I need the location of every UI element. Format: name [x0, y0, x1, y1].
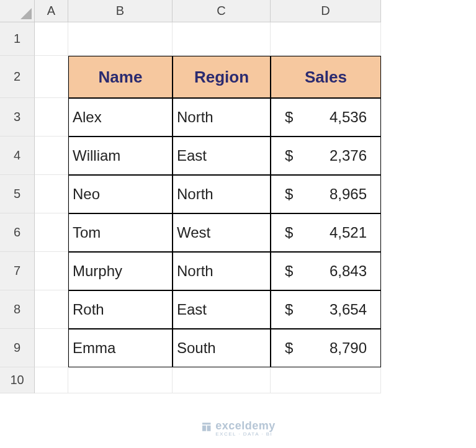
table-cell-sales[interactable]: $ 6,843 [271, 252, 381, 290]
row-header-6[interactable]: 6 [0, 213, 35, 252]
row-header-9[interactable]: 9 [0, 329, 35, 367]
cell-a5[interactable] [35, 175, 68, 213]
watermark-text: exceldemy EXCEL · DATA · BI [215, 419, 276, 437]
table-cell-name[interactable]: Alex [68, 98, 173, 137]
cell-d1[interactable] [271, 22, 381, 56]
sales-amount: 4,521 [330, 224, 367, 241]
sheet-icon [200, 421, 212, 436]
row-header-4[interactable]: 4 [0, 137, 35, 175]
watermark: exceldemy EXCEL · DATA · BI [200, 419, 276, 437]
table-cell-sales[interactable]: $ 8,965 [271, 175, 381, 213]
currency-symbol: $ [285, 301, 293, 318]
table-header-name[interactable]: Name [68, 56, 173, 98]
cell-a4[interactable] [35, 137, 68, 175]
table-cell-region[interactable]: North [173, 252, 271, 290]
sales-amount: 8,790 [330, 339, 367, 357]
sales-amount: 6,843 [330, 262, 367, 280]
cell-b1[interactable] [68, 22, 173, 56]
watermark-sub: EXCEL · DATA · BI [215, 431, 276, 437]
table-cell-region[interactable]: South [173, 329, 271, 367]
row-header-1[interactable]: 1 [0, 22, 35, 56]
currency-symbol: $ [285, 224, 293, 241]
cell-a9[interactable] [35, 329, 68, 367]
cell-a6[interactable] [35, 213, 68, 252]
table-cell-name[interactable]: Emma [68, 329, 173, 367]
cell-a2[interactable] [35, 56, 68, 98]
table-cell-sales[interactable]: $ 4,536 [271, 98, 381, 137]
table-cell-region[interactable]: North [173, 98, 271, 137]
cell-b10[interactable] [68, 367, 173, 393]
currency-symbol: $ [285, 147, 293, 164]
table-cell-name[interactable]: Roth [68, 290, 173, 329]
cell-a8[interactable] [35, 290, 68, 329]
cell-d10[interactable] [271, 367, 381, 393]
sales-amount: 8,965 [330, 186, 367, 203]
table-cell-name[interactable]: Murphy [68, 252, 173, 290]
sales-amount: 3,654 [330, 301, 367, 318]
row-header-8[interactable]: 8 [0, 290, 35, 329]
table-cell-region[interactable]: East [173, 290, 271, 329]
cell-a3[interactable] [35, 98, 68, 137]
currency-symbol: $ [285, 109, 293, 126]
sales-amount: 4,536 [330, 109, 367, 126]
table-cell-name[interactable]: Tom [68, 213, 173, 252]
table-cell-name[interactable]: Neo [68, 175, 173, 213]
col-header-d[interactable]: D [271, 0, 381, 22]
table-cell-region[interactable]: North [173, 175, 271, 213]
table-header-sales[interactable]: Sales [271, 56, 381, 98]
row-header-2[interactable]: 2 [0, 56, 35, 98]
table-cell-name[interactable]: William [68, 137, 173, 175]
row-header-10[interactable]: 10 [0, 367, 35, 393]
currency-symbol: $ [285, 262, 293, 280]
spreadsheet-grid: A B C D 1 2 Name Region Sales 3 Alex Nor… [0, 0, 476, 393]
sales-amount: 2,376 [330, 147, 367, 164]
row-header-5[interactable]: 5 [0, 175, 35, 213]
col-header-a[interactable]: A [35, 0, 68, 22]
row-header-7[interactable]: 7 [0, 252, 35, 290]
col-header-c[interactable]: C [173, 0, 271, 22]
cell-a10[interactable] [35, 367, 68, 393]
select-all-corner[interactable] [0, 0, 35, 22]
cell-a1[interactable] [35, 22, 68, 56]
table-cell-sales[interactable]: $ 8,790 [271, 329, 381, 367]
table-cell-sales[interactable]: $ 4,521 [271, 213, 381, 252]
currency-symbol: $ [285, 186, 293, 203]
watermark-main: exceldemy [215, 419, 276, 432]
cell-c10[interactable] [173, 367, 271, 393]
currency-symbol: $ [285, 339, 293, 357]
table-cell-region[interactable]: West [173, 213, 271, 252]
table-cell-sales[interactable]: $ 3,654 [271, 290, 381, 329]
row-header-3[interactable]: 3 [0, 98, 35, 137]
cell-c1[interactable] [173, 22, 271, 56]
cell-a7[interactable] [35, 252, 68, 290]
table-cell-region[interactable]: East [173, 137, 271, 175]
table-header-region[interactable]: Region [173, 56, 271, 98]
table-cell-sales[interactable]: $ 2,376 [271, 137, 381, 175]
col-header-b[interactable]: B [68, 0, 173, 22]
